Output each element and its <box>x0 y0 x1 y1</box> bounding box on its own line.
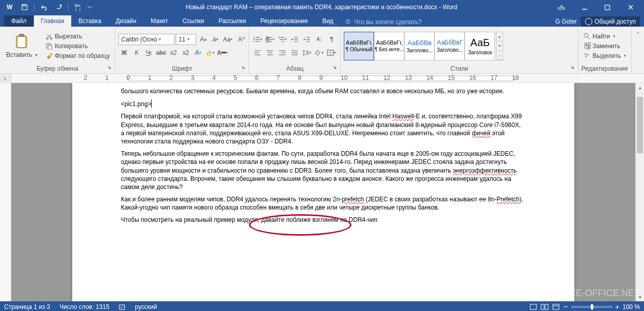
select-button[interactable]: Выделить▾ <box>581 51 628 60</box>
tab-home[interactable]: Главная <box>34 15 72 27</box>
paste-button[interactable]: Вставить▾ <box>4 50 39 59</box>
close-icon[interactable] <box>619 0 642 14</box>
style-item[interactable]: АаБбВвЗаголово... <box>404 32 434 60</box>
paste-icon[interactable] <box>14 33 29 50</box>
italic-icon[interactable]: К <box>131 47 142 58</box>
zoom-in-icon[interactable]: + <box>615 303 619 311</box>
font-size-input[interactable]: 11▾ <box>176 34 196 45</box>
bullets-icon[interactable]: ▾ <box>252 34 263 45</box>
proofing-icon[interactable] <box>118 303 126 310</box>
strikethrough-icon[interactable]: abc <box>155 47 167 58</box>
scroll-down-icon[interactable]: ▾ <box>636 293 644 301</box>
increase-indent-icon[interactable] <box>301 34 313 45</box>
font-color-icon[interactable]: A▾ <box>217 47 228 58</box>
copy-icon <box>46 43 53 50</box>
shrink-font-icon[interactable]: A▾ <box>210 34 221 45</box>
tell-me-search[interactable]: Что вы хотите сделать? <box>341 17 426 27</box>
clear-format-icon[interactable]: A⊘ <box>234 34 245 45</box>
change-case-icon[interactable]: Aa▾ <box>222 34 233 45</box>
ruler-corner-icon[interactable]: L <box>0 74 11 83</box>
qat-customize-icon[interactable] <box>86 1 93 13</box>
text-effects-icon[interactable]: A▾ <box>192 47 203 58</box>
underline-icon[interactable]: Ч▾ <box>143 47 154 58</box>
language-indicator[interactable]: русский <box>135 303 157 310</box>
paragraph[interactable]: большого количества системных ресурсов. … <box>121 87 526 95</box>
ribbon-options-icon[interactable] <box>550 0 573 14</box>
tab-view[interactable]: Вид <box>315 15 341 27</box>
copy-button[interactable]: Копировать <box>44 42 112 51</box>
user-name[interactable]: G Goter <box>555 18 577 25</box>
multilevel-icon[interactable]: ▾ <box>277 34 288 45</box>
styles-dialog-icon[interactable]: ⬊ <box>571 65 575 70</box>
cut-button[interactable]: Вырезать <box>44 32 112 41</box>
format-painter-button[interactable]: Формат по образцу <box>44 51 112 60</box>
style-item[interactable]: АаБбВвГг,¶ Обычный <box>344 32 374 60</box>
styles-more-icon[interactable]: ⌄ <box>496 51 503 60</box>
save-icon[interactable] <box>17 1 32 13</box>
style-item[interactable]: АаБбВвГг,¶ Без инте... <box>374 32 404 60</box>
paragraph-dialog-icon[interactable]: ⬊ <box>333 65 337 70</box>
decrease-indent-icon[interactable] <box>289 34 300 45</box>
paragraph[interactable]: Первой платформой, на которой стала возм… <box>121 112 526 146</box>
redo-icon[interactable] <box>52 1 66 13</box>
styles-down-icon[interactable]: ▾ <box>496 42 503 51</box>
vertical-scrollbar[interactable]: ▴ ▾ <box>635 83 644 301</box>
collapse-ribbon-icon[interactable]: ˄ <box>632 29 643 40</box>
shading-icon[interactable]: ▾ <box>314 47 325 58</box>
paragraph[interactable]: <pic1.png> <box>121 99 526 108</box>
paragraph[interactable]: Чтобы посмотреть на реальный пример моду… <box>121 216 526 224</box>
tab-mailings[interactable]: Рассылки <box>211 15 253 27</box>
sort-icon[interactable]: A↓ <box>314 34 325 45</box>
superscript-icon[interactable]: x2 <box>180 47 191 58</box>
document-body[interactable]: большого количества системных ресурсов. … <box>121 87 526 224</box>
replace-button[interactable]: abacЗаменить <box>581 42 628 51</box>
word-icon[interactable]: W <box>2 1 16 13</box>
align-left-icon[interactable] <box>252 47 263 58</box>
font-name-input[interactable]: Calibri (Осно▾ <box>118 34 175 45</box>
share-button[interactable]: Общий доступ <box>581 16 640 27</box>
subscript-icon[interactable]: x2 <box>168 47 179 58</box>
line-spacing-icon[interactable]: ▾ <box>301 47 313 58</box>
align-center-icon[interactable] <box>264 47 276 58</box>
highlight-icon[interactable]: ▾ <box>204 47 216 58</box>
minimize-icon[interactable] <box>573 0 596 14</box>
ruler-horizontal[interactable]: L 210123456789101112131415161718 <box>0 74 644 83</box>
tab-layout[interactable]: Макет <box>143 15 175 27</box>
borders-icon[interactable]: ▾ <box>326 47 337 58</box>
view-read-icon[interactable] <box>541 303 549 310</box>
style-item[interactable]: АаБЗаголовок <box>465 32 495 60</box>
paragraph[interactable]: Теперь небольшое обращение к исторически… <box>121 150 526 191</box>
clipboard-dialog-icon[interactable]: ⬊ <box>108 65 112 70</box>
view-web-icon[interactable] <box>552 303 560 310</box>
word-count[interactable]: Число слов: 1315 <box>59 303 109 310</box>
svg-text:8: 8 <box>298 74 301 81</box>
zoom-level[interactable]: 100 % <box>622 303 640 310</box>
touch-mode-icon[interactable] <box>71 1 85 13</box>
styles-up-icon[interactable]: ▴ <box>496 32 503 42</box>
style-item[interactable]: АаБбВвГЗаголово... <box>434 32 465 60</box>
document-page[interactable]: большого количества системных ресурсов. … <box>72 83 574 301</box>
zoom-slider[interactable] <box>571 306 612 308</box>
view-print-icon[interactable] <box>529 303 537 310</box>
grow-font-icon[interactable]: A▴ <box>197 34 209 45</box>
page-indicator[interactable]: Страница 1 из 3 <box>4 303 50 310</box>
maximize-icon[interactable] <box>596 0 619 14</box>
paragraph[interactable]: Как и более ранним моделям чипов, DDR4 у… <box>121 195 526 212</box>
justify-icon[interactable] <box>289 47 300 58</box>
find-button[interactable]: Найти▾ <box>581 32 628 41</box>
ruler-vertical[interactable] <box>0 83 11 301</box>
tab-file[interactable]: Файл <box>4 15 34 27</box>
show-marks-icon[interactable]: ¶ <box>326 34 337 45</box>
zoom-out-icon[interactable]: − <box>563 302 568 312</box>
undo-icon[interactable] <box>36 1 51 13</box>
scroll-thumb[interactable] <box>637 97 643 153</box>
align-right-icon[interactable] <box>277 47 288 58</box>
font-dialog-icon[interactable]: ⬊ <box>241 65 245 70</box>
tab-insert[interactable]: Вставка <box>71 15 109 27</box>
tab-review[interactable]: Рецензирование <box>253 15 315 27</box>
tab-design[interactable]: Дизайн <box>109 15 143 27</box>
bold-icon[interactable]: Ж <box>118 47 130 58</box>
tab-references[interactable]: Ссылки <box>175 15 211 27</box>
numbering-icon[interactable]: 123▾ <box>264 34 276 45</box>
scroll-up-icon[interactable]: ▴ <box>636 83 644 92</box>
